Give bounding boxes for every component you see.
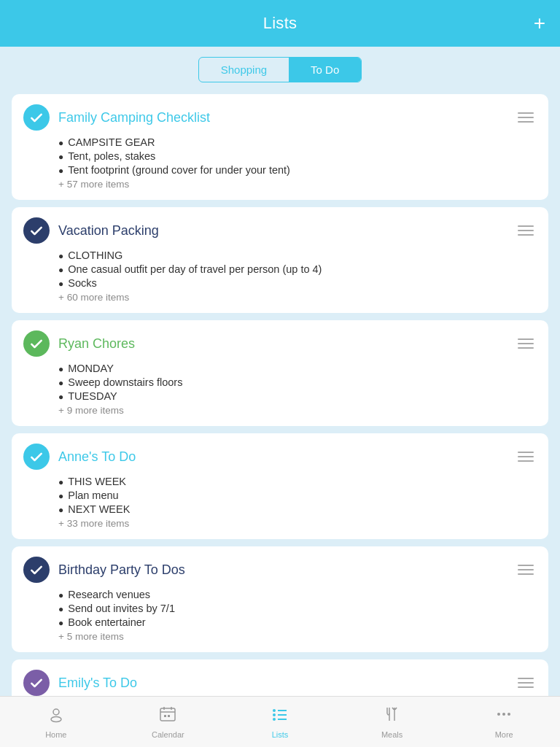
header-title: Lists	[263, 14, 298, 33]
list-icon-emily[interactable]	[23, 670, 50, 696]
more-items: + 60 more items	[58, 292, 537, 303]
list-card-header: Emily's To Do	[23, 670, 537, 696]
list-card-left: Anne's To Do	[23, 444, 136, 470]
list-card-ryan-chores: Ryan Chores ● MONDAY ● Sweep downstairs …	[12, 320, 548, 426]
add-list-button[interactable]: +	[534, 13, 545, 34]
list-item: ● Tent, poles, stakes	[58, 150, 537, 162]
hamburger-line	[518, 225, 534, 227]
lists-container: Family Camping Checklist ● CAMPSITE GEAR…	[0, 90, 560, 725]
list-item: ● One casual outfit per day of travel pe…	[58, 263, 537, 275]
list-icon-birthday[interactable]	[23, 557, 50, 583]
nav-label-lists: Lists	[272, 730, 289, 739]
segment-shopping[interactable]: Shopping	[199, 58, 289, 82]
lists-icon	[271, 705, 289, 728]
list-item: ● Send out invites by 7/1	[58, 603, 537, 614]
list-item: ● Research venues	[58, 589, 537, 600]
list-card-birthday-party: Birthday Party To Dos ● Research venues …	[12, 546, 548, 652]
more-items: + 5 more items	[58, 631, 537, 642]
nav-item-lists[interactable]: Lists	[258, 705, 302, 739]
segment-todo[interactable]: To Do	[289, 58, 361, 82]
svg-point-0	[53, 709, 59, 715]
list-menu-ryan[interactable]	[515, 336, 537, 352]
list-title-ryan[interactable]: Ryan Chores	[58, 336, 135, 352]
list-menu-emily[interactable]	[515, 675, 537, 691]
home-icon	[47, 705, 66, 728]
nav-label-calendar: Calendar	[152, 730, 184, 739]
list-item: ● THIS WEEK	[58, 476, 537, 487]
list-menu-family-camping[interactable]	[515, 109, 537, 125]
nav-label-more: More	[495, 730, 513, 739]
hamburger-line	[518, 573, 534, 575]
list-item: ● CAMPSITE GEAR	[58, 136, 537, 148]
list-card-left: Birthday Party To Dos	[23, 557, 185, 583]
bottom-nav: Home Calendar Lists	[0, 696, 560, 747]
svg-point-12	[273, 718, 276, 721]
list-item: ● Book entertainer	[58, 616, 537, 628]
svg-point-17	[497, 713, 500, 716]
list-title-emily[interactable]: Emily's To Do	[58, 676, 137, 691]
hamburger-line	[518, 682, 534, 684]
svg-point-10	[273, 713, 276, 716]
hamburger-line	[518, 343, 534, 344]
list-menu-anne[interactable]	[515, 449, 537, 465]
app-header: Lists +	[0, 0, 560, 47]
list-title-family-camping[interactable]: Family Camping Checklist	[58, 110, 210, 125]
list-card-left: Ryan Chores	[23, 330, 135, 357]
list-menu-vacation[interactable]	[515, 222, 537, 239]
list-card-left: Family Camping Checklist	[23, 104, 210, 131]
hamburger-line	[518, 234, 534, 236]
list-card-left: Emily's To Do	[23, 670, 137, 696]
list-card-header: Anne's To Do	[23, 444, 537, 470]
segment-control: Shopping To Do	[0, 47, 560, 90]
list-icon-ryan[interactable]	[23, 330, 50, 357]
list-items-vacation: ● CLOTHING ● One casual outfit per day o…	[58, 249, 537, 303]
nav-item-home[interactable]: Home	[34, 705, 78, 739]
more-items: + 57 more items	[58, 179, 537, 190]
more-items: + 9 more items	[58, 405, 537, 416]
nav-item-meals[interactable]: Meals	[370, 705, 414, 739]
list-item: ● MONDAY	[58, 363, 537, 374]
list-title-anne[interactable]: Anne's To Do	[58, 449, 136, 465]
list-title-vacation[interactable]: Vacation Packing	[58, 223, 159, 239]
hamburger-line	[518, 347, 534, 349]
calendar-icon	[158, 705, 177, 728]
list-item: ● Tent footprint (ground cover for under…	[58, 164, 537, 176]
list-items-birthday: ● Research venues ● Send out invites by …	[58, 589, 537, 642]
hamburger-line	[518, 678, 534, 679]
svg-point-19	[508, 713, 510, 716]
list-items-anne: ● THIS WEEK ● Plan menu ● NEXT WEEK + 33…	[58, 476, 537, 529]
svg-point-18	[502, 713, 505, 716]
hamburger-line	[518, 452, 534, 453]
list-items-family-camping: ● CAMPSITE GEAR ● Tent, poles, stakes ● …	[58, 136, 537, 190]
list-card-header: Family Camping Checklist	[23, 104, 537, 131]
hamburger-line	[518, 460, 534, 462]
svg-point-8	[273, 709, 276, 712]
svg-point-1	[51, 717, 61, 722]
list-icon-family-camping[interactable]	[23, 104, 50, 131]
list-title-birthday[interactable]: Birthday Party To Dos	[58, 562, 185, 578]
list-card-header: Ryan Chores	[23, 330, 537, 357]
svg-rect-6	[164, 715, 166, 717]
more-icon	[494, 705, 513, 728]
list-icon-anne[interactable]	[23, 444, 50, 470]
more-items: + 33 more items	[58, 518, 537, 529]
list-icon-vacation[interactable]	[23, 217, 50, 244]
list-item: ● TUESDAY	[58, 390, 537, 402]
list-items-ryan: ● MONDAY ● Sweep downstairs floors ● TUE…	[58, 363, 537, 416]
list-menu-birthday[interactable]	[515, 562, 537, 578]
list-card-family-camping: Family Camping Checklist ● CAMPSITE GEAR…	[12, 94, 548, 200]
svg-rect-7	[168, 715, 170, 717]
svg-rect-2	[160, 708, 175, 721]
list-item: ● Sweep downstairs floors	[58, 376, 537, 388]
hamburger-line	[518, 686, 534, 688]
hamburger-line	[518, 121, 534, 123]
segment-wrap: Shopping To Do	[198, 57, 362, 82]
nav-item-calendar[interactable]: Calendar	[146, 705, 190, 739]
list-card-annes-todo: Anne's To Do ● THIS WEEK ● Plan menu ● N…	[12, 433, 548, 539]
hamburger-line	[518, 456, 534, 457]
meals-icon	[383, 705, 402, 728]
nav-item-more[interactable]: More	[482, 705, 526, 739]
hamburger-line	[518, 569, 534, 570]
list-card-left: Vacation Packing	[23, 217, 159, 244]
hamburger-line	[518, 112, 534, 114]
